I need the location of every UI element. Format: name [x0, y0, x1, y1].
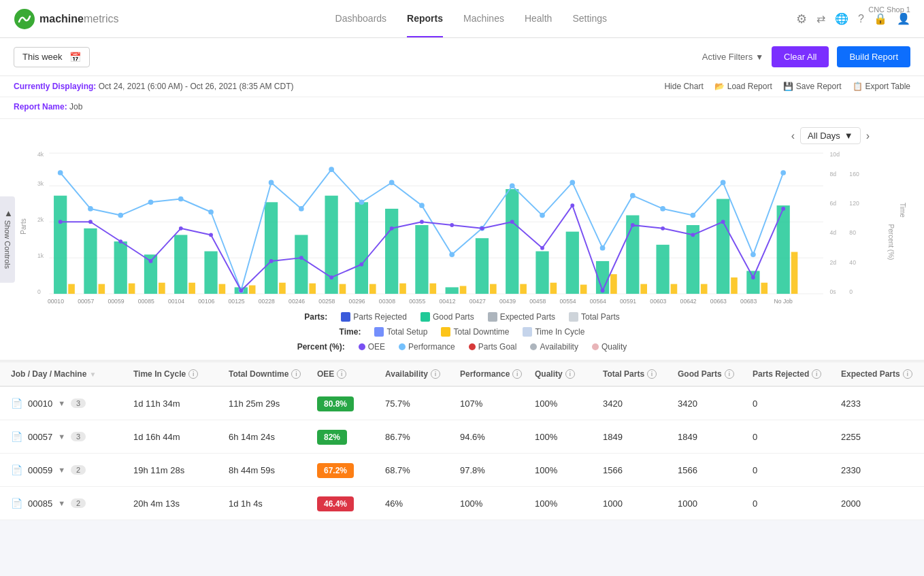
- svg-rect-59: [429, 284, 436, 294]
- chart-svg: 0 1k 2k 3k 4k 0s 2d 4d 6d 8d 10d 0 40 80…: [37, 147, 856, 303]
- td-time-in-cycle: 1d 16h 44m: [133, 432, 229, 442]
- job-expand-icon[interactable]: ▼: [58, 499, 65, 507]
- save-report-button[interactable]: 💾 Save Report: [783, 82, 842, 91]
- td-quality: 100%: [535, 399, 603, 409]
- svg-rect-70: [761, 283, 768, 294]
- report-name-value: Job: [69, 102, 82, 112]
- hide-chart-button[interactable]: Hide Chart: [664, 82, 703, 91]
- report-name-label: Report Name: Job: [14, 102, 82, 112]
- legend-good-parts: Good Parts: [420, 312, 474, 322]
- svg-rect-41: [626, 216, 639, 294]
- job-cell[interactable]: 📄 00059 ▼ 2: [11, 464, 133, 475]
- td-time-in-cycle: 1d 11h 34m: [133, 399, 229, 409]
- date-range-display: Currently Displaying: Oct 24, 2021 (6:00…: [14, 82, 294, 91]
- svg-text:40: 40: [849, 259, 856, 266]
- td-availability: 86.7%: [385, 432, 460, 442]
- globe-icon[interactable]: 🌐: [835, 12, 848, 25]
- chart-nav: ‹ All Days ▼ ›: [14, 127, 870, 144]
- shuffle-icon[interactable]: ⇄: [816, 12, 825, 25]
- nav-item-reports[interactable]: Reports: [407, 1, 443, 37]
- svg-rect-27: [204, 251, 217, 294]
- nav-item-settings[interactable]: Settings: [572, 1, 607, 37]
- job-name: 00057: [28, 432, 52, 442]
- svg-text:00603: 00603: [650, 298, 666, 305]
- chart-period-selector[interactable]: All Days ▼: [800, 127, 861, 144]
- svg-point-109: [420, 220, 424, 224]
- nav-item-dashboards[interactable]: Dashboards: [335, 1, 387, 37]
- date-range-input[interactable]: This week 📅: [14, 47, 90, 67]
- info-icon-totalparts: i: [647, 369, 657, 379]
- svg-point-112: [510, 220, 514, 224]
- job-cell[interactable]: 📄 00085 ▼ 2: [11, 498, 133, 509]
- td-good-parts: 3420: [678, 399, 753, 409]
- load-report-button[interactable]: 📂 Load Report: [714, 82, 772, 91]
- svg-point-97: [59, 220, 63, 224]
- svg-rect-58: [399, 284, 406, 294]
- dropdown-icon[interactable]: ▼: [755, 52, 763, 62]
- job-expand-icon[interactable]: ▼: [58, 466, 65, 474]
- svg-point-108: [390, 226, 394, 231]
- svg-rect-32: [355, 202, 368, 294]
- svg-rect-37: [506, 189, 518, 294]
- td-expected-parts: 2000: [841, 498, 924, 509]
- job-badge: 3: [71, 399, 86, 408]
- svg-point-72: [58, 170, 63, 175]
- svg-text:00228: 00228: [259, 298, 275, 305]
- lock-icon[interactable]: 🔒: [874, 12, 887, 25]
- table-section: Job / Day / Machine ▼ Time In Cycle i To…: [0, 362, 924, 520]
- shop-name: CNC Shop 1: [868, 5, 910, 14]
- svg-rect-49: [129, 284, 135, 294]
- info-icon-avail: i: [431, 369, 440, 379]
- parts-legend-label: Parts:: [304, 312, 327, 322]
- calendar-icon: 📅: [69, 52, 81, 63]
- svg-point-100: [149, 259, 153, 263]
- info-icon-downtime: i: [291, 369, 301, 379]
- job-cell[interactable]: 📄 00057 ▼ 3: [11, 431, 133, 442]
- svg-text:00258: 00258: [318, 298, 335, 305]
- td-oee: 80.8%: [317, 399, 385, 409]
- job-file-icon: 📄: [11, 398, 22, 409]
- svg-point-88: [540, 213, 545, 218]
- chart-legend: Parts: Parts Rejected Good Parts Expecte…: [14, 305, 910, 360]
- svg-text:00683: 00683: [740, 298, 757, 305]
- clear-all-button[interactable]: Clear All: [772, 46, 829, 67]
- svg-point-98: [88, 220, 93, 224]
- show-controls[interactable]: ▶ Show Controls: [0, 197, 15, 283]
- td-good-parts: 1566: [678, 465, 753, 475]
- chart-prev-button[interactable]: ‹: [791, 130, 795, 142]
- svg-rect-42: [656, 245, 669, 294]
- td-good-parts: 1849: [678, 432, 753, 442]
- th-total-parts: Total Parts i: [603, 369, 678, 379]
- arrow-right-icon: ▶: [4, 210, 12, 218]
- svg-text:00427: 00427: [469, 298, 486, 305]
- chart-next-button[interactable]: ›: [866, 130, 870, 142]
- th-job[interactable]: Job / Day / Machine ▼: [11, 369, 133, 379]
- svg-text:10d: 10d: [830, 151, 840, 158]
- nav-item-health[interactable]: Health: [525, 1, 552, 37]
- user-icon[interactable]: 👤: [897, 12, 910, 25]
- svg-point-83: [389, 180, 395, 186]
- help-icon[interactable]: ?: [858, 13, 864, 25]
- job-expand-icon[interactable]: ▼: [58, 433, 65, 441]
- svg-point-93: [691, 213, 696, 218]
- svg-text:0: 0: [849, 288, 853, 295]
- svg-text:00564: 00564: [590, 298, 606, 305]
- job-expand-icon[interactable]: ▼: [58, 399, 65, 407]
- svg-text:00057: 00057: [78, 298, 94, 305]
- job-cell[interactable]: 📄 00010 ▼ 3: [11, 398, 133, 409]
- th-oee: OEE i: [317, 369, 385, 379]
- td-total-downtime: 1d 1h 4s: [229, 498, 317, 509]
- settings-icon[interactable]: ⚙: [796, 12, 807, 27]
- legend-total-parts: Total Parts: [569, 312, 620, 322]
- svg-point-85: [449, 252, 455, 257]
- td-time-in-cycle: 19h 11m 28s: [133, 465, 229, 475]
- job-file-icon: 📄: [11, 464, 22, 475]
- job-badge: 2: [71, 498, 86, 508]
- nav-item-machines[interactable]: Machines: [463, 1, 504, 37]
- export-table-button[interactable]: 📋 Export Table: [853, 82, 911, 91]
- td-availability: 46%: [385, 498, 460, 509]
- svg-point-103: [239, 288, 243, 292]
- build-report-button[interactable]: Build Report: [837, 46, 910, 67]
- svg-text:00591: 00591: [620, 298, 636, 305]
- svg-point-114: [570, 203, 574, 207]
